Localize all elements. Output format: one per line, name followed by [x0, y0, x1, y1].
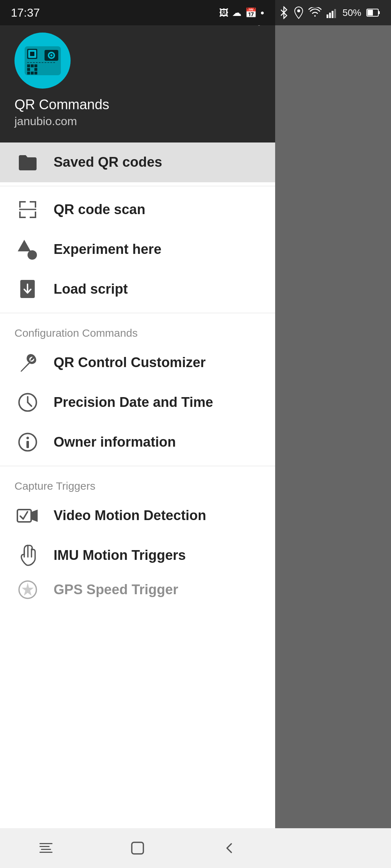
sidebar-item-qr-code-scan[interactable]: QR code scan — [0, 190, 275, 230]
sidebar-item-saved-qr-codes[interactable]: Saved QR codes — [0, 142, 275, 182]
photo-icon: 🖼 — [219, 7, 228, 18]
gps-speed-trigger-label: GPS Speed Trigger — [54, 582, 178, 597]
svg-rect-32 — [35, 212, 36, 218]
svg-rect-48 — [132, 842, 143, 854]
divider-2 — [0, 313, 275, 313]
folder-icon — [14, 154, 41, 171]
location-icon — [294, 6, 303, 19]
video-motion-detection-label: Video Motion Detection — [54, 508, 206, 523]
scan-icon — [14, 200, 41, 220]
battery-icon — [366, 9, 380, 17]
status-right-icons: 50% — [279, 6, 380, 19]
download-status-icon: ☁ — [232, 7, 241, 18]
svg-rect-4 — [334, 9, 336, 18]
app-name: QR Commands — [14, 97, 109, 113]
imu-motion-triggers-label: IMU Motion Triggers — [54, 548, 186, 563]
svg-rect-47 — [39, 852, 52, 853]
wrench-icon — [14, 353, 41, 373]
svg-rect-21 — [27, 72, 30, 75]
sidebar-item-experiment-here[interactable]: Experiment here — [0, 230, 275, 269]
qr-code-scan-label: QR code scan — [54, 202, 145, 217]
clock-icon — [14, 392, 41, 412]
svg-rect-1 — [327, 14, 328, 18]
sidebar-item-gps-speed-trigger[interactable]: GPS Speed Trigger — [0, 575, 275, 604]
menu-section: Saved QR codes QR code scan — [0, 142, 275, 868]
status-bar-right: 50% — [275, 0, 391, 25]
qr-control-customizer-label: QR Control Customizer — [54, 355, 206, 370]
experiment-here-label: Experiment here — [54, 242, 161, 257]
recents-button[interactable] — [31, 834, 60, 863]
svg-rect-17 — [31, 64, 34, 67]
config-section-label: Configuration Commands — [0, 317, 275, 343]
svg-point-40 — [26, 437, 29, 439]
svg-rect-28 — [35, 201, 36, 208]
status-time: 17:37 — [11, 6, 40, 20]
sidebar-item-precision-date-time[interactable]: Precision Date and Time — [0, 383, 275, 422]
svg-rect-30 — [19, 212, 21, 218]
right-panel — [275, 0, 391, 868]
svg-rect-26 — [19, 201, 21, 208]
gesture-icon — [14, 545, 41, 566]
svg-rect-19 — [27, 68, 30, 71]
sidebar-item-video-motion-detection[interactable]: Video Motion Detection — [0, 496, 275, 536]
svg-rect-20 — [34, 68, 37, 71]
shapes-icon — [14, 239, 41, 260]
dot-notification: ● — [260, 9, 264, 17]
svg-rect-7 — [367, 10, 373, 16]
owner-information-label: Owner information — [54, 434, 176, 450]
calendar-icon: 📅 — [245, 7, 257, 18]
svg-rect-42 — [17, 510, 31, 522]
sidebar-item-qr-control-customizer[interactable]: QR Control Customizer — [0, 343, 275, 383]
svg-rect-2 — [329, 13, 331, 18]
wifi-icon — [308, 7, 321, 18]
svg-point-0 — [297, 9, 300, 12]
load-script-label: Load script — [54, 281, 128, 297]
download-icon — [14, 279, 41, 299]
precision-date-time-label: Precision Date and Time — [54, 395, 213, 410]
svg-rect-23 — [34, 72, 37, 75]
home-button[interactable] — [123, 834, 152, 863]
gps-speed-icon — [14, 580, 41, 600]
svg-rect-44 — [39, 843, 52, 844]
svg-line-38 — [28, 403, 31, 407]
sidebar-item-owner-information[interactable]: Owner information — [0, 422, 275, 462]
status-bar: 17:37 🖼 ☁ 📅 ● — [0, 0, 275, 25]
capture-section-label: Capture Triggers — [0, 470, 275, 496]
status-icons: 🖼 ☁ 📅 ● — [219, 7, 264, 18]
svg-point-15 — [50, 54, 52, 56]
svg-rect-45 — [39, 846, 50, 847]
svg-rect-11 — [30, 52, 34, 56]
divider-1 — [0, 186, 275, 186]
svg-rect-22 — [31, 72, 34, 75]
sidebar-item-imu-motion-triggers[interactable]: IMU Motion Triggers — [0, 536, 275, 575]
svg-rect-3 — [332, 11, 333, 18]
drawer: QR Commands janubio.com Saved QR codes — [0, 0, 275, 868]
svg-rect-16 — [27, 64, 30, 67]
nav-bar — [0, 828, 275, 868]
svg-rect-18 — [34, 64, 37, 67]
back-button[interactable] — [215, 834, 244, 863]
signal-icon — [327, 7, 337, 18]
svg-rect-6 — [378, 11, 380, 14]
svg-rect-41 — [26, 441, 29, 448]
divider-3 — [0, 466, 275, 466]
sidebar-item-load-script[interactable]: Load script — [0, 269, 275, 309]
svg-rect-46 — [41, 849, 51, 850]
app-domain: janubio.com — [14, 115, 77, 128]
right-nav-bar — [275, 828, 391, 868]
app-logo — [14, 33, 71, 89]
video-check-icon — [14, 507, 41, 525]
battery-text: 50% — [342, 7, 361, 18]
svg-point-34 — [28, 250, 37, 260]
saved-qr-codes-label: Saved QR codes — [54, 154, 162, 170]
info-icon — [14, 432, 41, 452]
bluetooth-icon — [279, 6, 289, 19]
